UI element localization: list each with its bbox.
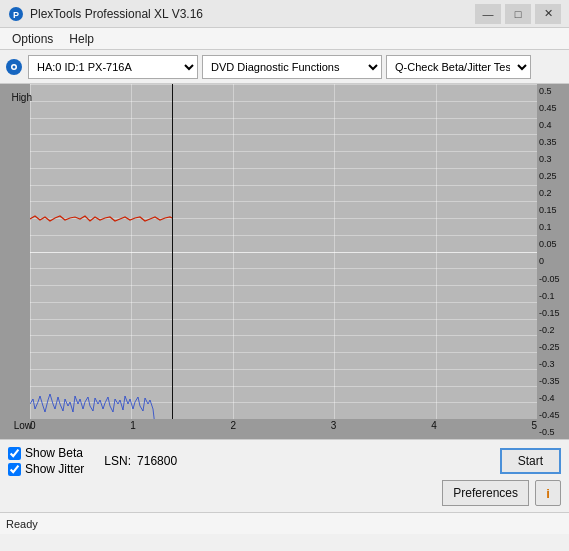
status-bar: Ready [0, 512, 569, 534]
xlabel-5: 5 [531, 420, 537, 431]
rlabel-n0.05: -0.05 [539, 274, 567, 284]
info-button[interactable]: i [535, 480, 561, 506]
rlabel-n0.15: -0.15 [539, 308, 567, 318]
lsn-value: 716800 [137, 454, 177, 468]
menu-options[interactable]: Options [4, 30, 61, 48]
minimize-button[interactable]: — [475, 4, 501, 24]
status-text: Ready [6, 518, 38, 530]
rlabel-0.2: 0.2 [539, 188, 567, 198]
toolbar: HA:0 ID:1 PX-716A DVD Diagnostic Functio… [0, 50, 569, 84]
app-icon: P [8, 6, 24, 22]
rlabel-n0.2: -0.2 [539, 325, 567, 335]
title-bar: P PlexTools Professional XL V3.16 — □ ✕ [0, 0, 569, 28]
bottom-row2: Preferences i [8, 480, 561, 506]
window-title: PlexTools Professional XL V3.16 [30, 7, 203, 21]
rlabel-n0.5: -0.5 [539, 427, 567, 437]
chart-inner [30, 84, 537, 419]
rlabel-0.35: 0.35 [539, 137, 567, 147]
xlabel-4: 4 [431, 420, 437, 431]
bottom-panel: Show Beta Show Jitter LSN: 716800 Start … [0, 439, 569, 512]
rlabel-0.05: 0.05 [539, 239, 567, 249]
chart-bottom-labels: 0 1 2 3 4 5 [30, 420, 537, 431]
bottom-row1: Show Beta Show Jitter LSN: 716800 Start [8, 446, 561, 476]
beta-line [30, 216, 172, 221]
show-jitter-text: Show Jitter [25, 462, 84, 476]
show-beta-label[interactable]: Show Beta [8, 446, 84, 460]
rlabel-n0.4: -0.4 [539, 393, 567, 403]
drive-select[interactable]: HA:0 ID:1 PX-716A [28, 55, 198, 79]
rlabel-0.1: 0.1 [539, 222, 567, 232]
lsn-area: LSN: 716800 [104, 454, 177, 468]
right-buttons: Start [500, 448, 561, 474]
rlabel-n0.1: -0.1 [539, 291, 567, 301]
rlabel-0.25: 0.25 [539, 171, 567, 181]
rlabel-0.5: 0.5 [539, 86, 567, 96]
test-select[interactable]: Q-Check Beta/Jitter Test [386, 55, 531, 79]
function-select[interactable]: DVD Diagnostic Functions [202, 55, 382, 79]
chart-right-labels: 0.5 0.45 0.4 0.35 0.3 0.25 0.2 0.15 0.1 … [537, 84, 569, 439]
menu-bar: Options Help [0, 28, 569, 50]
show-beta-checkbox[interactable] [8, 447, 21, 460]
rlabel-0.45: 0.45 [539, 103, 567, 113]
show-jitter-checkbox[interactable] [8, 463, 21, 476]
jitter-line [30, 394, 172, 419]
drive-icon [4, 57, 24, 77]
chart-svg [30, 84, 537, 419]
maximize-button[interactable]: □ [505, 4, 531, 24]
xlabel-0: 0 [30, 420, 36, 431]
checkbox-group: Show Beta Show Jitter [8, 446, 84, 476]
preferences-button[interactable]: Preferences [442, 480, 529, 506]
start-button[interactable]: Start [500, 448, 561, 474]
svg-point-4 [13, 65, 16, 68]
rlabel-0.15: 0.15 [539, 205, 567, 215]
lsn-label: LSN: [104, 454, 131, 468]
show-beta-text: Show Beta [25, 446, 83, 460]
xlabel-3: 3 [331, 420, 337, 431]
chart-left-labels: High Low [4, 84, 34, 439]
close-button[interactable]: ✕ [535, 4, 561, 24]
rlabel-0.4: 0.4 [539, 120, 567, 130]
rlabel-n0.3: -0.3 [539, 359, 567, 369]
show-jitter-label[interactable]: Show Jitter [8, 462, 84, 476]
rlabel-n0.35: -0.35 [539, 376, 567, 386]
chart-label-high: High [11, 92, 32, 103]
rlabel-n0.45: -0.45 [539, 410, 567, 420]
rlabel-0: 0 [539, 256, 567, 266]
menu-help[interactable]: Help [61, 30, 102, 48]
rlabel-0.3: 0.3 [539, 154, 567, 164]
xlabel-2: 2 [231, 420, 237, 431]
rlabel-n0.25: -0.25 [539, 342, 567, 352]
chart-container: High Low [0, 84, 569, 439]
xlabel-1: 1 [130, 420, 136, 431]
svg-text:P: P [13, 10, 19, 20]
